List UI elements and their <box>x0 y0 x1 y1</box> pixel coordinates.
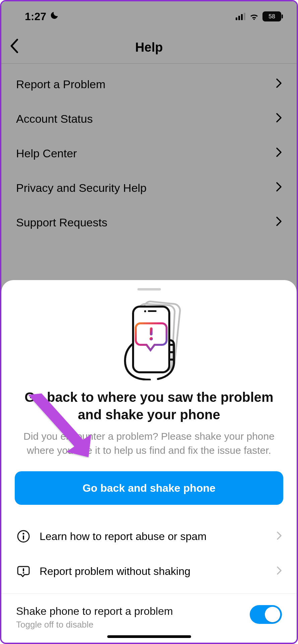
menu-item-label: Help Center <box>16 147 77 160</box>
svg-point-16 <box>23 572 24 574</box>
go-back-shake-button[interactable]: Go back and shake phone <box>15 471 283 505</box>
status-bar: 1:27 58 <box>1 1 297 32</box>
shake-toggle-row: Shake phone to report a problem Toggle o… <box>1 594 297 633</box>
menu-item-support-requests[interactable]: Support Requests <box>1 205 297 240</box>
menu-item-account-status[interactable]: Account Status <box>1 102 297 136</box>
battery-icon: 58 <box>262 11 281 21</box>
menu-item-help-center[interactable]: Help Center <box>1 136 297 171</box>
chevron-right-icon <box>277 565 282 578</box>
back-button[interactable] <box>9 39 19 57</box>
nav-bar: Help <box>1 32 297 64</box>
svg-point-14 <box>22 533 24 534</box>
svg-rect-8 <box>148 310 157 312</box>
sheet-item-label: Report problem without shaking <box>40 565 268 578</box>
cell-signal-icon <box>236 10 246 23</box>
toggle-title: Shake phone to report a problem <box>16 605 173 618</box>
help-menu-list: Report a Problem Account Status Help Cen… <box>1 64 297 243</box>
chevron-right-icon <box>276 112 282 125</box>
sheet-item-label: Learn how to report abuse or spam <box>40 530 268 543</box>
svg-rect-3 <box>244 13 245 20</box>
dnd-moon-icon <box>50 10 59 23</box>
svg-point-10 <box>150 337 153 340</box>
sheet-grabber[interactable] <box>137 288 161 290</box>
sheet-options-list: Learn how to report abuse or spam Report… <box>1 519 297 589</box>
sheet-item-report-without-shaking[interactable]: Report problem without shaking <box>1 554 297 589</box>
chevron-right-icon <box>276 78 282 91</box>
status-left: 1:27 <box>25 10 59 23</box>
report-problem-sheet: Go back to where you saw the problem and… <box>1 280 297 643</box>
menu-item-label: Report a Problem <box>16 78 105 91</box>
svg-marker-11 <box>28 393 91 457</box>
toggle-text: Shake phone to report a problem Toggle o… <box>16 605 173 630</box>
menu-item-privacy-security[interactable]: Privacy and Security Help <box>1 171 297 205</box>
menu-item-label: Account Status <box>16 112 93 125</box>
wifi-icon <box>249 10 259 23</box>
svg-rect-13 <box>23 535 24 540</box>
svg-rect-0 <box>236 17 237 20</box>
menu-item-label: Privacy and Security Help <box>16 181 146 195</box>
sheet-item-learn-report-abuse[interactable]: Learn how to report abuse or spam <box>1 519 297 554</box>
svg-rect-9 <box>150 327 153 335</box>
chevron-right-icon <box>276 216 282 229</box>
chevron-right-icon <box>277 530 282 543</box>
svg-rect-15 <box>23 568 24 572</box>
status-right: 58 <box>236 10 281 23</box>
switch-knob <box>265 607 280 622</box>
svg-rect-2 <box>241 14 243 20</box>
page-title: Help <box>135 40 163 55</box>
svg-rect-1 <box>238 16 240 20</box>
shake-phone-illustration <box>1 300 297 380</box>
time-label: 1:27 <box>25 10 46 23</box>
battery-percent: 58 <box>269 13 275 20</box>
menu-item-report-problem[interactable]: Report a Problem <box>1 67 297 102</box>
chevron-right-icon <box>276 181 282 195</box>
report-bubble-icon <box>16 564 31 579</box>
home-indicator[interactable] <box>107 635 191 638</box>
toggle-subtitle: Toggle off to disable <box>16 620 173 630</box>
shake-toggle-switch[interactable] <box>250 605 282 624</box>
menu-item-label: Support Requests <box>16 216 107 229</box>
info-icon <box>16 529 31 544</box>
svg-point-7 <box>144 310 146 312</box>
annotation-arrow-icon <box>22 391 96 458</box>
chevron-right-icon <box>276 147 282 160</box>
